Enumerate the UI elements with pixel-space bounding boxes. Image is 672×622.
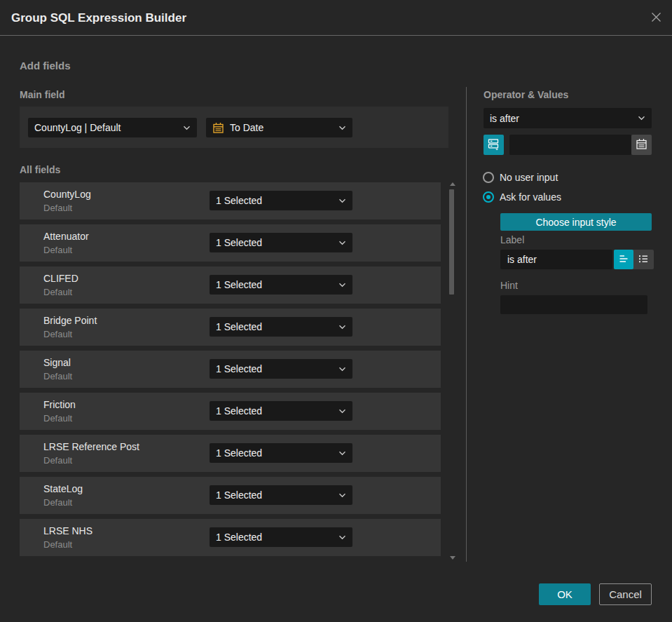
field-selected-value: 1 Selected [216, 447, 262, 459]
field-selected-value: 1 Selected [216, 489, 262, 501]
label-input[interactable] [500, 250, 612, 269]
chevron-down-icon [338, 451, 346, 456]
add-fields-heading: Add fields [20, 60, 71, 72]
operator-values-heading: Operator & Values [484, 89, 568, 100]
calendar-icon [212, 122, 224, 134]
chevron-down-icon [338, 283, 346, 288]
value-input[interactable] [509, 135, 631, 155]
main-field-select-value: CountyLog | Default [34, 122, 121, 133]
value-calendar-button[interactable] [631, 135, 652, 155]
field-subtitle: Default [43, 497, 72, 508]
radio-no-user-input[interactable]: No user input [483, 172, 558, 183]
field-subtitle: Default [43, 203, 72, 213]
field-name: StateLog [43, 483, 83, 494]
list-icon [637, 252, 650, 267]
chevron-down-icon [338, 493, 346, 498]
label-field-label: Label [500, 234, 524, 245]
all-fields-label: All fields [20, 164, 60, 175]
field-name: CountyLog [43, 189, 91, 200]
scrollbar-thumb[interactable] [449, 189, 454, 295]
choose-input-style-button[interactable]: Choose input style [500, 213, 652, 231]
main-field-label: Main field [20, 89, 65, 100]
hint-input[interactable] [500, 295, 647, 314]
align-left-icon [617, 252, 630, 267]
chevron-down-icon [338, 367, 346, 372]
field-selected-value: 1 Selected [216, 405, 262, 417]
dialog-header: Group SQL Expression Builder [0, 0, 672, 36]
field-subtitle: Default [43, 371, 72, 381]
field-selected-dropdown[interactable]: 1 Selected [210, 485, 352, 505]
chevron-down-icon [338, 198, 346, 203]
field-name: Friction [43, 399, 76, 410]
chevron-down-icon [338, 535, 346, 540]
field-name: Bridge Point [43, 315, 97, 326]
date-mode-select-value: To Date [230, 122, 263, 133]
field-subtitle: Default [43, 539, 72, 550]
chevron-down-icon [338, 409, 346, 414]
field-subtitle: Default [43, 413, 72, 424]
date-mode-select[interactable]: To Date [206, 118, 352, 137]
field-selected-value: 1 Selected [216, 321, 262, 332]
field-selected-dropdown[interactable]: 1 Selected [210, 191, 352, 210]
cancel-button[interactable]: Cancel [599, 583, 652, 605]
field-list-scrollbar[interactable] [448, 181, 455, 561]
radio-label: Ask for values [500, 191, 561, 203]
radio-circle-selected-icon [483, 191, 494, 203]
radio-circle-icon [483, 172, 494, 183]
chevron-down-icon [183, 126, 191, 130]
chevron-down-icon [638, 116, 645, 121]
field-row-countylog: CountyLog Default 1 Selected [20, 182, 441, 219]
input-type-icon [487, 137, 500, 153]
main-field-select[interactable]: CountyLog | Default [28, 118, 197, 137]
field-row-attenuator: Attenuator Default 1 Selected [20, 224, 441, 262]
scroll-down-arrow-icon[interactable] [450, 556, 455, 560]
field-row-lrse-nhs: LRSE NHS Default 1 Selected [20, 519, 441, 556]
input-type-button[interactable] [484, 135, 504, 155]
radio-label: No user input [500, 172, 558, 183]
field-subtitle: Default [43, 455, 72, 466]
field-selected-value: 1 Selected [216, 363, 262, 374]
hint-field-label: Hint [500, 280, 518, 291]
field-row-bridge-point: Bridge Point Default 1 Selected [20, 309, 441, 346]
field-name: LRSE Reference Post [43, 441, 139, 452]
field-row-clifed: CLIFED Default 1 Selected [20, 266, 441, 304]
chevron-down-icon [338, 325, 346, 330]
field-selected-dropdown[interactable]: 1 Selected [210, 275, 352, 295]
operator-select[interactable]: is after [484, 108, 652, 128]
field-name: LRSE NHS [43, 525, 92, 536]
field-row-lrse-reference-post: LRSE Reference Post Default 1 Selected [20, 435, 441, 472]
dialog-title: Group SQL Expression Builder [11, 0, 186, 36]
field-row-friction: Friction Default 1 Selected [20, 393, 441, 430]
field-selected-value: 1 Selected [216, 532, 262, 543]
field-selected-dropdown[interactable]: 1 Selected [210, 527, 352, 547]
field-name: Attenuator [43, 231, 89, 242]
field-selected-dropdown[interactable]: 1 Selected [210, 233, 352, 252]
single-line-style-button[interactable] [614, 250, 633, 269]
field-selected-value: 1 Selected [216, 237, 262, 248]
field-subtitle: Default [43, 287, 72, 297]
list-style-button[interactable] [633, 250, 653, 269]
ok-button[interactable]: OK [539, 583, 591, 605]
close-button[interactable] [649, 11, 663, 25]
field-row-signal: Signal Default 1 Selected [20, 351, 441, 388]
chevron-down-icon [338, 126, 346, 130]
field-selected-dropdown[interactable]: 1 Selected [210, 317, 352, 337]
close-icon [650, 11, 663, 27]
radio-ask-for-values[interactable]: Ask for values [483, 191, 561, 203]
label-style-toggle-group [614, 250, 654, 269]
field-subtitle: Default [43, 329, 72, 339]
field-selected-value: 1 Selected [216, 279, 262, 290]
scroll-up-arrow-icon[interactable] [450, 182, 455, 186]
field-name: Signal [43, 357, 71, 368]
chevron-down-icon [338, 241, 346, 245]
field-subtitle: Default [43, 245, 72, 255]
operator-select-value: is after [490, 113, 519, 124]
field-selected-dropdown[interactable]: 1 Selected [210, 443, 352, 463]
field-row-statelog: StateLog Default 1 Selected [20, 477, 441, 514]
panel-divider [466, 87, 467, 562]
main-field-panel: CountyLog | Default To Date [20, 107, 448, 148]
field-selected-dropdown[interactable]: 1 Selected [210, 401, 352, 421]
field-name: CLIFED [43, 273, 78, 284]
calendar-icon [636, 138, 647, 152]
field-selected-dropdown[interactable]: 1 Selected [210, 359, 352, 379]
